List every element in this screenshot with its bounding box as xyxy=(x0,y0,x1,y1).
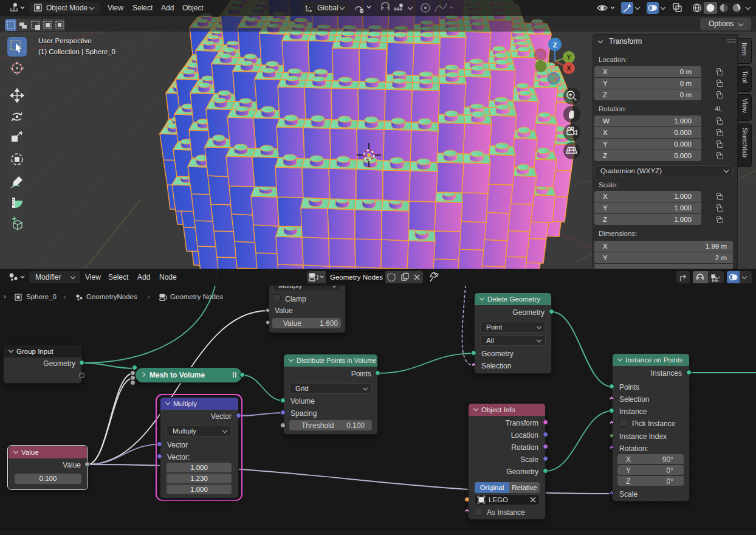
svg-text:X: X xyxy=(566,64,571,72)
svg-text:Z: Z xyxy=(553,41,557,49)
svg-text:Y: Y xyxy=(566,54,571,61)
